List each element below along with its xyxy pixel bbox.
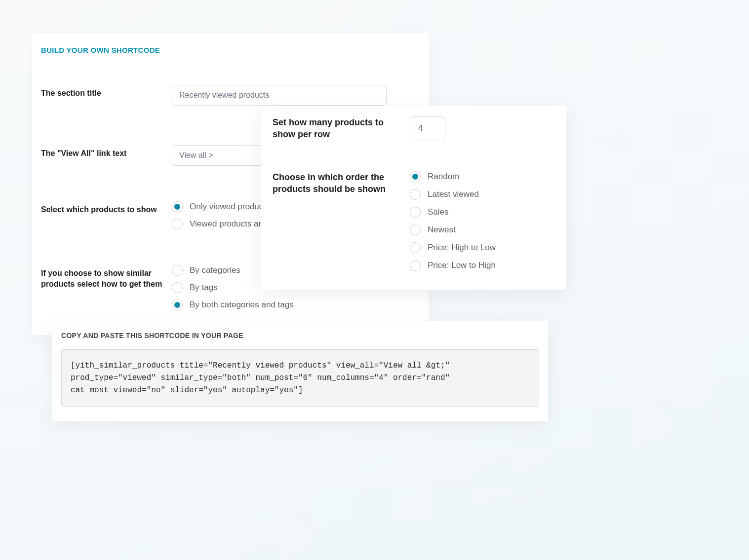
radio-label: By both categories and tags	[190, 300, 294, 310]
radio-label: Viewed products and	[190, 219, 268, 229]
radio-by-both[interactable]: By both categories and tags	[172, 299, 420, 310]
section-title-label: The section title	[41, 85, 172, 99]
radio-icon	[410, 260, 421, 271]
view-all-label: The "View All" link text	[41, 145, 172, 159]
radio-icon	[172, 219, 183, 229]
radio-sales[interactable]: Sales	[410, 207, 554, 218]
radio-icon	[172, 201, 183, 212]
row-order: Choose in which order the products shoul…	[273, 171, 554, 271]
radio-icon	[172, 265, 183, 276]
radio-icon	[410, 224, 421, 235]
radio-icon	[410, 242, 421, 253]
shortcode-code[interactable]: [yith_similar_products title="Recently v…	[61, 349, 539, 407]
overlay-panel: Set how many products to show per row Ch…	[261, 106, 566, 290]
per-row-label: Set how many products to show per row	[273, 116, 410, 141]
radio-label: Latest viewed	[428, 189, 479, 199]
radio-label: Only viewed product	[190, 202, 266, 212]
order-label: Choose in which order the products shoul…	[273, 171, 410, 195]
radio-random[interactable]: Random	[410, 171, 554, 182]
radio-price-low-high[interactable]: Price: Low to High	[410, 260, 554, 271]
radio-label: Random	[428, 172, 459, 182]
radio-icon	[410, 171, 421, 182]
radio-label: By tags	[190, 283, 218, 293]
radio-label: Price: High to Low	[428, 243, 496, 253]
shortcode-title: COPY AND PASTE THIS SHORTCODE IN YOUR PA…	[61, 332, 539, 339]
section-title-input[interactable]	[172, 85, 387, 106]
per-row-input[interactable]	[410, 116, 445, 140]
radio-label: By categories	[190, 265, 240, 275]
row-per-row: Set how many products to show per row	[273, 116, 554, 141]
radio-latest-viewed[interactable]: Latest viewed	[410, 189, 554, 200]
radio-newest[interactable]: Newest	[410, 224, 554, 235]
radio-label: Newest	[428, 225, 456, 235]
radio-label: Price: Low to High	[428, 261, 496, 270]
radio-icon	[410, 189, 421, 200]
row-section-title: The section title	[41, 85, 420, 106]
order-radio-group: Random Latest viewed Sales Newest Price:…	[410, 171, 554, 271]
per-row-control	[410, 116, 554, 140]
radio-price-high-low[interactable]: Price: High to Low	[410, 242, 554, 253]
shortcode-panel: COPY AND PASTE THIS SHORTCODE IN YOUR PA…	[52, 321, 548, 421]
similar-method-label: If you choose to show similar products s…	[41, 265, 172, 289]
radio-icon	[172, 282, 183, 293]
panel-title: BUILD YOUR OWN SHORTCODE	[41, 46, 420, 54]
radio-label: Sales	[428, 207, 449, 217]
select-products-label: Select which products to show	[41, 201, 172, 215]
radio-icon	[172, 299, 183, 310]
order-control: Random Latest viewed Sales Newest Price:…	[410, 171, 554, 271]
section-title-control	[172, 85, 420, 106]
radio-icon	[410, 207, 421, 218]
